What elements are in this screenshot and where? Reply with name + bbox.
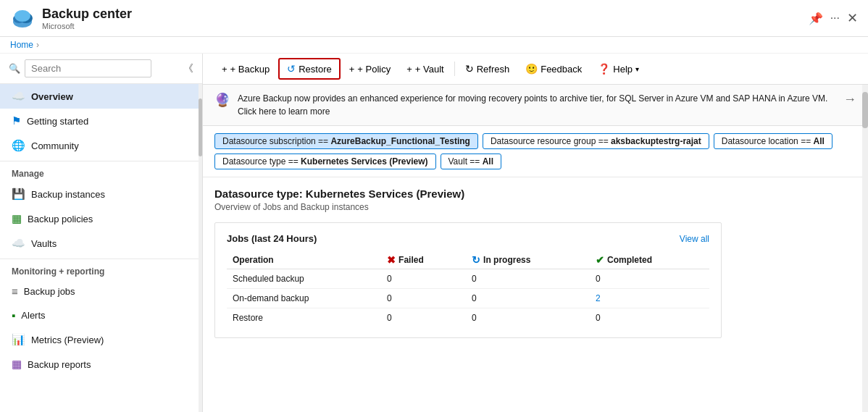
sidebar-item-label-backup-instances: Backup instances [31, 189, 105, 200]
backup-button[interactable]: + + Backup [214, 60, 277, 78]
col-failed: ✖ Failed [381, 251, 466, 269]
sidebar-collapse-button[interactable]: 《 [183, 62, 193, 75]
filter-location[interactable]: Datasource location == All [714, 133, 832, 149]
app-title-group: Backup center Microsoft [42, 7, 801, 30]
app-subtitle: Microsoft [42, 22, 801, 30]
sidebar-item-alerts[interactable]: ▪ Alerts [0, 303, 202, 327]
sidebar-item-label-community: Community [31, 140, 79, 151]
sidebar-item-backup-jobs[interactable]: ≡ Backup jobs [0, 279, 202, 303]
help-icon: ❓ [598, 63, 610, 75]
toolbar: + + Backup ↺ Restore + + Policy + + Vaul… [203, 54, 868, 85]
banner-text[interactable]: Azure Backup now provides an enhanced ex… [238, 92, 836, 118]
breadcrumb-home[interactable]: Home [10, 40, 33, 50]
filter-datasource-type[interactable]: Datasource type == Kubernetes Services (… [214, 154, 436, 169]
refresh-label: Refresh [477, 64, 510, 75]
info-banner: 🔮 Azure Backup now provides an enhanced … [203, 85, 868, 126]
view-all-link[interactable]: View all [680, 234, 709, 244]
pin-button[interactable]: 📌 [809, 12, 823, 25]
filter-subscription[interactable]: Datasource subscription == AzureBackup_F… [214, 133, 478, 149]
vault-button[interactable]: + + Vault [399, 60, 451, 78]
main-content: + + Backup ↺ Restore + + Policy + + Vaul… [203, 54, 868, 412]
alerts-icon: ▪ [12, 309, 15, 321]
getting-started-icon: ⚑ [12, 114, 21, 127]
sidebar-scrollbar[interactable] [199, 84, 202, 412]
feedback-label: Feedback [541, 64, 582, 75]
failed-scheduled: 0 [381, 269, 466, 289]
backup-icon: + [222, 64, 228, 75]
filter-vault[interactable]: Vault == All [441, 154, 502, 169]
jobs-table: Operation ✖ Failed ↻ [227, 251, 709, 327]
datasource-title: Datasource type: Kubernetes Services (Pr… [214, 188, 856, 200]
svg-point-3 [14, 10, 30, 22]
sidebar-item-vaults[interactable]: ☁️ Vaults [0, 231, 202, 256]
in-progress-icon: ↻ [472, 254, 480, 266]
main-scrollbar[interactable] [862, 85, 868, 412]
backup-instances-icon: 💾 [12, 188, 25, 201]
sidebar-item-community[interactable]: 🌐 Community [0, 133, 202, 158]
sidebar-item-metrics[interactable]: 📊 Metrics (Preview) [0, 327, 202, 352]
failed-label: Failed [398, 255, 424, 265]
feedback-icon: 🙂 [525, 63, 538, 75]
restore-button[interactable]: ↺ Restore [278, 58, 341, 80]
content-area: Datasource type: Kubernetes Services (Pr… [203, 177, 868, 348]
sidebar-item-overview[interactable]: ☁️ Overview [0, 84, 202, 109]
sidebar-item-getting-started[interactable]: ⚑ Getting started [0, 109, 202, 133]
more-button[interactable]: ··· [830, 12, 840, 25]
header-actions: 📌 ··· ✕ [809, 10, 858, 26]
failed-icon: ✖ [387, 254, 396, 266]
sidebar-item-backup-reports[interactable]: ▦ Backup reports [0, 352, 202, 377]
in-progress-label: In progress [483, 255, 530, 265]
table-row: Scheduled backup 0 0 0 [227, 269, 709, 289]
close-button[interactable]: ✕ [847, 10, 858, 26]
app-icon [10, 6, 35, 30]
table-row: Restore 0 0 0 [227, 308, 709, 328]
jobs-title: Jobs (last 24 Hours) [227, 233, 317, 244]
banner-icon: 🔮 [214, 92, 230, 108]
policy-icon: + [349, 64, 355, 75]
datasource-subtitle: Overview of Jobs and Backup instances [214, 202, 856, 212]
col-operation: Operation [227, 251, 381, 269]
sidebar-item-label-backup-policies: Backup policies [28, 214, 93, 224]
sidebar-item-backup-policies[interactable]: ▦ Backup policies [0, 206, 202, 231]
jobs-card-header: Jobs (last 24 Hours) View all [227, 233, 709, 244]
completed-ondemand[interactable]: 2 [590, 289, 709, 308]
refresh-button[interactable]: ↻ Refresh [458, 59, 517, 78]
backup-policies-icon: ▦ [12, 212, 22, 225]
help-button[interactable]: ❓ Help ▾ [591, 59, 646, 78]
sidebar-item-backup-instances[interactable]: 💾 Backup instances [0, 182, 202, 206]
metrics-icon: 📊 [12, 333, 25, 346]
search-input[interactable] [25, 59, 151, 77]
breadcrumb: Home › [0, 37, 868, 54]
backup-jobs-icon: ≡ [12, 285, 18, 298]
sidebar-item-label-alerts: Alerts [21, 310, 45, 321]
failed-ondemand: 0 [381, 289, 466, 308]
filter-resource-group[interactable]: Datasource resource group == aksbackupte… [483, 133, 709, 149]
policy-button[interactable]: + + Policy [342, 60, 398, 78]
sidebar: 🔍 《 ☁️ Overview ⚑ Getting started 🌐 [0, 54, 203, 412]
op-ondemand: On-demand backup [227, 289, 381, 308]
vault-icon: + [406, 64, 412, 75]
backup-reports-icon: ▦ [12, 358, 22, 371]
toolbar-sep-1 [454, 62, 455, 76]
breadcrumb-sep: › [36, 40, 39, 50]
sidebar-item-label-vaults: Vaults [31, 238, 57, 249]
inprog-scheduled: 0 [466, 269, 590, 289]
inprog-ondemand: 0 [466, 289, 590, 308]
app-header: Backup center Microsoft 📌 ··· ✕ [0, 0, 868, 37]
sidebar-item-label-metrics: Metrics (Preview) [31, 335, 104, 345]
filters-row: Datasource subscription == AzureBackup_F… [203, 126, 868, 177]
feedback-button[interactable]: 🙂 Feedback [518, 59, 589, 78]
failed-restore: 0 [381, 308, 466, 328]
col-in-progress: ↻ In progress [466, 251, 590, 269]
manage-section-label: Manage [0, 161, 202, 182]
sidebar-search-bar: 🔍 《 [0, 54, 202, 84]
search-icon: 🔍 [9, 63, 20, 74]
scrollable-content: 🔮 Azure Backup now provides an enhanced … [203, 85, 868, 412]
banner-arrow-icon[interactable]: → [843, 92, 856, 107]
inprog-restore: 0 [466, 308, 590, 328]
completed-scheduled: 0 [590, 269, 709, 289]
col-completed: ✔ Completed [590, 251, 709, 269]
monitoring-section-label: Monitoring + reporting [0, 258, 202, 279]
sidebar-item-label-backup-jobs: Backup jobs [24, 286, 75, 297]
overview-icon: ☁️ [12, 90, 25, 103]
